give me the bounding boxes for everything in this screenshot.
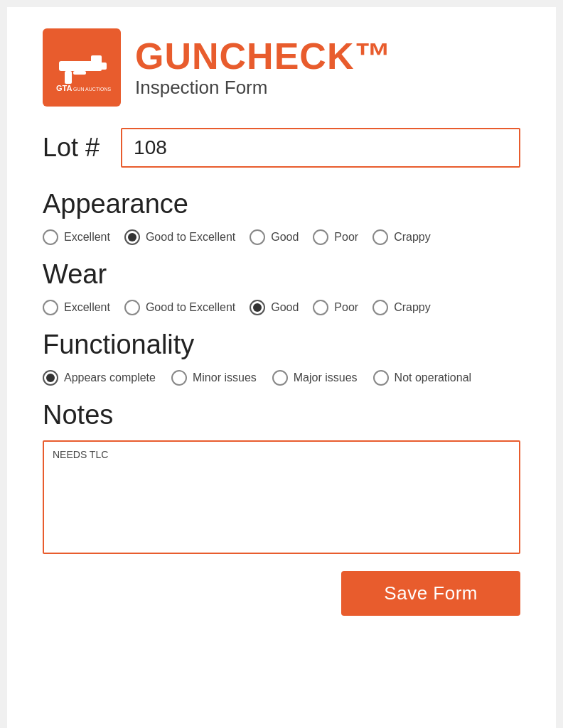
header: GTA GUN AUCTIONS GUNCHECK™ Inspection Fo… (43, 28, 520, 107)
notes-heading: Notes (43, 400, 520, 430)
notes-textarea[interactable]: NEEDS TLC (43, 440, 520, 554)
appearance-label-excellent: Excellent (64, 231, 110, 244)
form-subtitle: Inspection Form (135, 77, 392, 99)
func-label-appears-complete: Appears complete (64, 371, 156, 384)
func-label-not-operational: Not operational (395, 371, 472, 384)
logo-icon: GTA GUN AUCTIONS (52, 41, 112, 94)
appearance-label-good: Good (271, 231, 299, 244)
appearance-label-crappy: Crappy (394, 231, 431, 244)
appearance-option-poor[interactable]: Poor (313, 229, 358, 245)
wear-radio-group: Excellent Good to Excellent Good Poor Cr… (43, 300, 520, 315)
appearance-option-excellent[interactable]: Excellent (43, 229, 110, 245)
logo-box: GTA GUN AUCTIONS (43, 28, 121, 107)
functionality-radio-group: Appears complete Minor issues Major issu… (43, 370, 520, 386)
appearance-radio-group: Excellent Good to Excellent Good Poor Cr… (43, 229, 520, 245)
appearance-heading: Appearance (43, 189, 520, 219)
func-label-major-issues: Major issues (294, 371, 358, 384)
wear-label-poor: Poor (334, 301, 358, 314)
func-option-minor-issues[interactable]: Minor issues (171, 370, 257, 386)
save-button[interactable]: Save Form (341, 571, 520, 616)
header-text: GUNCHECK™ Inspection Form (135, 36, 392, 99)
svg-rect-4 (73, 71, 86, 75)
wear-label-good: Good (271, 301, 299, 314)
wear-option-crappy[interactable]: Crappy (372, 300, 431, 315)
functionality-section: Functionality Appears complete Minor iss… (43, 330, 520, 386)
functionality-heading: Functionality (43, 330, 520, 360)
wear-label-crappy: Crappy (394, 301, 431, 314)
save-button-wrapper: Save Form (43, 571, 520, 616)
lot-label: Lot # (43, 133, 100, 163)
wear-option-good[interactable]: Good (250, 300, 299, 315)
appearance-label-good-to-excellent: Good to Excellent (146, 231, 235, 244)
wear-section: Wear Excellent Good to Excellent Good Po… (43, 259, 520, 315)
inspection-form: GTA GUN AUCTIONS GUNCHECK™ Inspection Fo… (7, 7, 556, 728)
wear-label-excellent: Excellent (64, 301, 110, 314)
appearance-label-poor: Poor (334, 231, 358, 244)
lot-input[interactable] (121, 128, 520, 168)
appearance-option-good-to-excellent[interactable]: Good to Excellent (124, 229, 235, 245)
appearance-section: Appearance Excellent Good to Excellent G… (43, 189, 520, 245)
wear-option-poor[interactable]: Poor (313, 300, 358, 315)
brand-name: GUNCHECK™ (135, 36, 392, 77)
appearance-option-crappy[interactable]: Crappy (372, 229, 431, 245)
appearance-option-good[interactable]: Good (250, 229, 299, 245)
func-option-major-issues[interactable]: Major issues (272, 370, 358, 386)
notes-section: Notes NEEDS TLC (43, 400, 520, 557)
svg-text:GTA: GTA (56, 84, 72, 92)
wear-label-good-to-excellent: Good to Excellent (146, 301, 235, 314)
func-option-appears-complete[interactable]: Appears complete (43, 370, 156, 386)
func-option-not-operational[interactable]: Not operational (373, 370, 472, 386)
wear-option-good-to-excellent[interactable]: Good to Excellent (124, 300, 235, 315)
svg-rect-2 (65, 71, 72, 84)
svg-text:GUN AUCTIONS: GUN AUCTIONS (73, 87, 112, 92)
lot-section: Lot # (43, 128, 520, 168)
svg-rect-3 (98, 63, 107, 70)
wear-option-excellent[interactable]: Excellent (43, 300, 110, 315)
wear-heading: Wear (43, 259, 520, 290)
func-label-minor-issues: Minor issues (193, 371, 257, 384)
